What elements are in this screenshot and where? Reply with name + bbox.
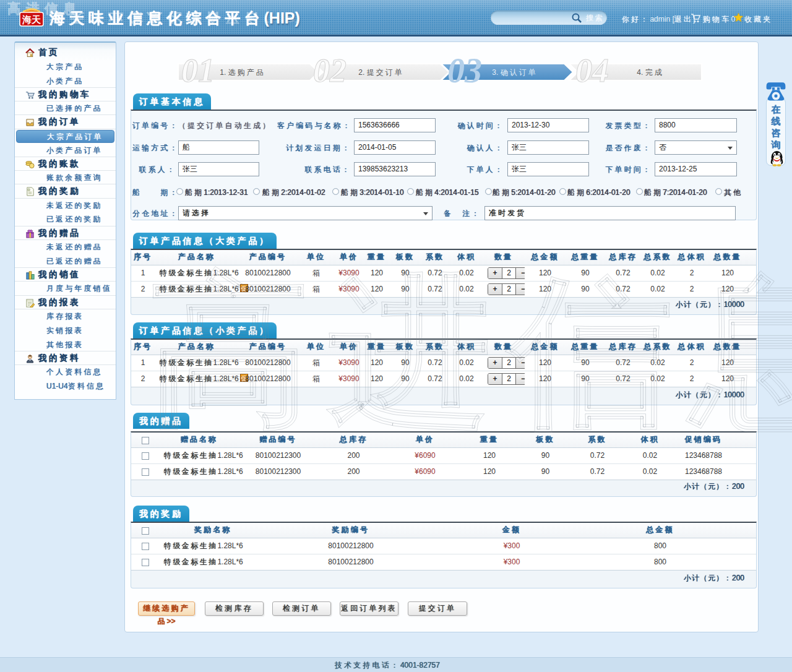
svg-text:海天: 海天 <box>22 14 41 25</box>
svg-text:04: 04 <box>575 58 609 87</box>
svg-text:02: 02 <box>313 58 346 87</box>
svg-text:1. 选购产品: 1. 选购产品 <box>220 68 265 77</box>
svg-text:01: 01 <box>181 58 215 87</box>
svg-text:4. 完成: 4. 完成 <box>637 68 663 77</box>
svg-text:03: 03 <box>447 58 482 87</box>
svg-text:2. 提交订单: 2. 提交订单 <box>358 68 403 77</box>
svg-text:3. 确认订单: 3. 确认订单 <box>492 68 537 77</box>
